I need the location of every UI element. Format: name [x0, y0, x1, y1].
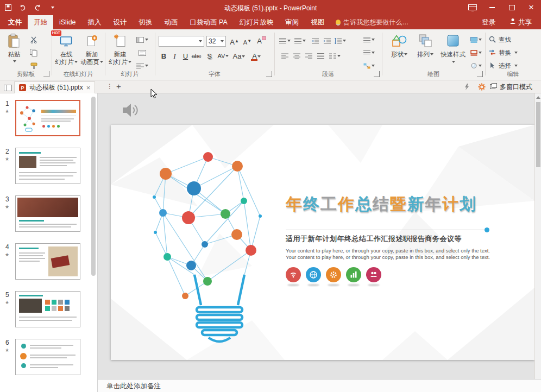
- clipboard-dialog-launcher-icon[interactable]: [43, 71, 49, 77]
- drawing-dialog-launcher-icon[interactable]: [477, 71, 483, 77]
- paragraph-dialog-launcher-icon[interactable]: [374, 71, 380, 77]
- slide-area-scrollbar[interactable]: [534, 93, 541, 379]
- line-spacing-icon[interactable]: [334, 35, 347, 47]
- tab-pocket-animation[interactable]: 口袋动画 PA: [184, 15, 234, 29]
- slide-thumbnail-4[interactable]: [15, 243, 80, 280]
- replace-button[interactable]: 替换: [489, 47, 518, 59]
- font-dialog-launcher-icon[interactable]: [266, 71, 272, 77]
- new-slide-button[interactable]: 新建 幻灯片: [108, 31, 133, 72]
- panel-scrollbar-thumb[interactable]: [91, 97, 96, 276]
- columns-icon[interactable]: [328, 50, 341, 62]
- slide-thumbnail-6[interactable]: [15, 339, 80, 375]
- slide-thumbnail-2[interactable]: [15, 148, 80, 184]
- online-slides-button[interactable]: HOT 在线 幻灯片: [54, 31, 78, 72]
- close-button[interactable]: ×: [521, 0, 541, 15]
- cut-icon[interactable]: [27, 34, 40, 46]
- sign-in-button[interactable]: 登录: [476, 15, 501, 29]
- text-direction-icon[interactable]: [360, 34, 378, 46]
- bold-button[interactable]: B: [159, 51, 169, 61]
- globe-icon[interactable]: [306, 267, 321, 282]
- align-right-icon[interactable]: [302, 50, 315, 62]
- strikethrough-button[interactable]: abc: [191, 51, 202, 61]
- paste-button[interactable]: 粘贴: [3, 31, 25, 72]
- arrange-button[interactable]: 排列: [413, 31, 438, 72]
- align-text-icon[interactable]: [360, 47, 378, 59]
- slide-subtitle[interactable]: 适用于新年计划年终总结工作汇报述职报告商务会议等: [286, 234, 462, 244]
- chart-icon[interactable]: [346, 267, 361, 282]
- document-tab-close-icon[interactable]: ×: [86, 84, 91, 92]
- font-name-combo[interactable]: [159, 36, 204, 47]
- quick-styles-button[interactable]: 快速样式: [439, 31, 467, 72]
- animation-star-icon: ★: [5, 156, 9, 162]
- shapes-button[interactable]: 形状: [387, 31, 412, 72]
- increase-indent-icon[interactable]: [320, 35, 334, 47]
- notes-pane[interactable]: 单击此处添加备注: [98, 379, 541, 392]
- lightbulb-network-graphic: [149, 146, 290, 346]
- change-case-button[interactable]: Aa: [232, 51, 246, 61]
- online-slides-group-label: 在线幻灯片: [52, 70, 105, 78]
- plugin-tools-icon[interactable]: [463, 83, 470, 93]
- view-switch-icon[interactable]: [4, 84, 12, 93]
- shrink-font-button[interactable]: A▼: [242, 36, 253, 46]
- tab-islide[interactable]: iSlide: [53, 15, 82, 29]
- tab-transitions[interactable]: 切换: [133, 15, 159, 29]
- underline-button[interactable]: U: [180, 51, 191, 61]
- layout-icon[interactable]: [136, 34, 149, 46]
- slide-thumbnail-3[interactable]: [15, 195, 80, 232]
- gear-icon[interactable]: [326, 267, 341, 282]
- font-size-combo[interactable]: 32: [206, 36, 226, 47]
- ribbon-display-options-icon[interactable]: [463, 0, 482, 15]
- settings-gear-icon[interactable]: [478, 83, 486, 93]
- tab-file[interactable]: 文件: [2, 15, 28, 29]
- shape-fill-icon[interactable]: [467, 34, 485, 46]
- font-color-button[interactable]: A: [250, 51, 263, 61]
- justify-icon[interactable]: [314, 50, 327, 62]
- align-left-icon[interactable]: [278, 50, 291, 62]
- slide-canvas[interactable]: 年终工作总结暨新年计划 适用于新年计划年终总结工作汇报述职报告商务会议等 You…: [111, 125, 534, 360]
- slide-thumbnail-5[interactable]: [15, 291, 80, 327]
- tab-insert[interactable]: 插入: [82, 15, 108, 29]
- online-slides-label-2: 幻灯片: [55, 59, 74, 65]
- new-tab-button[interactable]: +: [116, 81, 121, 91]
- tab-more-icon[interactable]: ⋮: [106, 83, 113, 90]
- multi-window-mode-button[interactable]: 多窗口模式: [490, 82, 532, 92]
- copy-icon[interactable]: [27, 47, 40, 59]
- tab-view[interactable]: 视图: [305, 15, 330, 29]
- minimize-button[interactable]: [482, 0, 502, 15]
- clear-formatting-button[interactable]: A: [256, 36, 267, 46]
- numbering-icon[interactable]: [293, 35, 306, 47]
- decrease-indent-icon[interactable]: [309, 35, 322, 47]
- document-tab[interactable]: P 动态模板 (51).pptx ×: [14, 81, 95, 93]
- thumb-number: 3: [5, 195, 9, 203]
- wifi-icon[interactable]: [286, 267, 301, 282]
- notes-placeholder[interactable]: 单击此处添加备注: [98, 380, 541, 391]
- slide-title[interactable]: 年终工作总结暨新年计划: [286, 193, 477, 216]
- reset-icon[interactable]: [136, 47, 149, 59]
- align-center-icon[interactable]: [290, 50, 303, 62]
- maximize-button[interactable]: [502, 0, 521, 15]
- text-shadow-button[interactable]: S: [204, 51, 215, 61]
- character-spacing-button[interactable]: AV: [216, 51, 230, 61]
- tell-me-box[interactable]: 告诉我您想要做什么…: [330, 15, 414, 29]
- grow-font-button[interactable]: A▲: [229, 36, 240, 46]
- audio-speaker-icon[interactable]: [122, 102, 140, 121]
- tab-review[interactable]: 审阅: [279, 15, 305, 29]
- slide-body-text[interactable]: Your content to play here, or through yo…: [286, 248, 493, 260]
- thumb-number: 5: [5, 291, 9, 299]
- slide-thumbnail-1[interactable]: [15, 100, 80, 136]
- tab-animations[interactable]: 动画: [159, 15, 184, 29]
- tab-slideshow[interactable]: 幻灯片放映: [234, 15, 280, 29]
- bullets-icon[interactable]: [278, 35, 291, 47]
- thumb-number: 2: [5, 148, 9, 155]
- tab-design[interactable]: 设计: [108, 15, 133, 29]
- italic-button[interactable]: I: [169, 51, 180, 61]
- shape-outline-icon[interactable]: [467, 47, 485, 59]
- tab-home[interactable]: 开始: [28, 15, 53, 29]
- scrollbar-up-arrow-icon[interactable]: [536, 96, 540, 99]
- scrollbar-thumb[interactable]: [536, 102, 540, 167]
- new-slide-icon: [108, 33, 133, 49]
- people-icon[interactable]: [366, 267, 381, 282]
- find-button[interactable]: 查找: [489, 34, 511, 46]
- add-animation-page-button[interactable]: 新加 动画页: [80, 31, 104, 72]
- share-button[interactable]: 共享: [504, 15, 538, 29]
